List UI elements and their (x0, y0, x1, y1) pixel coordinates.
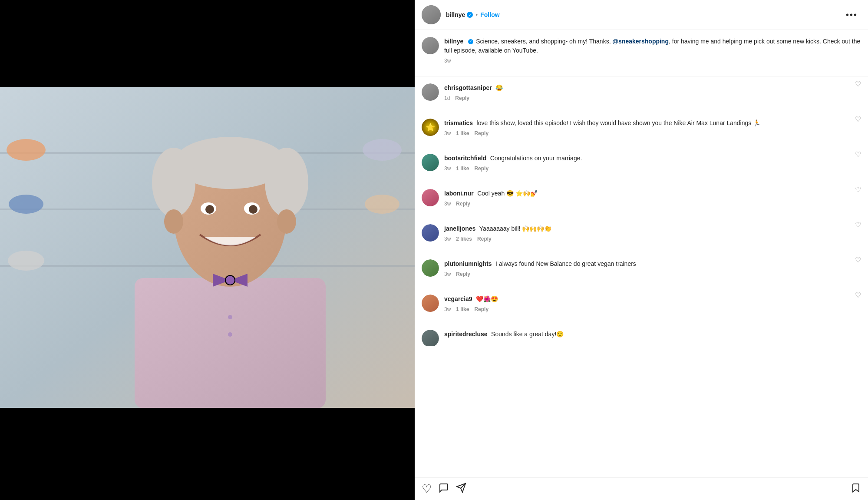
caption-link[interactable]: @sneakershopping (612, 38, 669, 45)
svg-point-20 (205, 205, 214, 214)
action-icons: ♡ (422, 482, 861, 496)
more-options-button[interactable]: ••• (842, 8, 861, 22)
like-comment-icon[interactable]: ♡ (855, 150, 861, 159)
svg-point-27 (228, 332, 232, 337)
comment-avatar[interactable] (422, 295, 439, 312)
comments-list[interactable]: chrisgottasniper 😂 1d Reply ♡ ⭐ trismati… (415, 78, 868, 477)
comment-likes: 2 likes (456, 236, 472, 242)
comment-content: plutoniumnights I always found New Balan… (444, 259, 861, 277)
comment-row: vcgarcia9 ❤️🌺😍 3w 1 like Reply ♡ (422, 289, 861, 318)
post-header: billnye ✓ • Follow ••• (415, 0, 868, 30)
comment-time: 3w (444, 236, 451, 242)
comment-time: 3w (444, 201, 451, 207)
comment-avatar[interactable]: ⭐ (422, 119, 439, 136)
comment-username[interactable]: janelljones (444, 225, 475, 232)
comment-content: janelljones Yaaaaaaay bill! 🙌🙌🙌👏 3w 2 li… (444, 224, 861, 242)
comment-likes: 1 like (456, 166, 469, 172)
comment-content: spiritedrecluse Sounds like a great day!… (444, 330, 861, 339)
comment-time: 3w (444, 306, 451, 312)
svg-point-26 (228, 315, 232, 319)
comment-reply-btn[interactable]: Reply (474, 130, 488, 136)
comment-row: spiritedrecluse Sounds like a great day!… (422, 325, 861, 346)
comment-content: bootsritchfield Congratulations on your … (444, 154, 861, 172)
comment-text: Congratulations on your marriage. (490, 155, 582, 162)
comment-time: 3w (444, 271, 451, 277)
comment-avatar[interactable] (422, 154, 439, 171)
bookmark-button[interactable] (851, 483, 861, 496)
comment-likes: 1 like (456, 130, 469, 136)
comment-time: 3w (444, 166, 451, 172)
comment-reply-btn[interactable]: Reply (456, 271, 470, 277)
comment-avatar[interactable] (422, 83, 439, 101)
comment-avatar[interactable] (422, 189, 439, 206)
comment-time: 1d (444, 95, 450, 101)
comment-row: chrisgottasniper 😂 1d Reply ♡ (422, 78, 861, 106)
comment-content: trismatics love this show, loved this ep… (444, 119, 861, 136)
comment-avatar[interactable] (422, 224, 439, 242)
comment-meta: 3w 1 like Reply (444, 166, 861, 172)
header-username[interactable]: billnye (446, 11, 465, 18)
comment-meta: 3w 1 like Reply (444, 130, 861, 136)
section-divider (415, 76, 868, 76)
like-comment-icon[interactable]: ♡ (855, 80, 861, 88)
comment-text: Yaaaaaaay bill! 🙌🙌🙌👏 (479, 225, 552, 232)
like-button[interactable]: ♡ (422, 482, 432, 496)
caption-avatar[interactable] (422, 37, 439, 54)
comment-row: laboni.nur Cool yeah 😎 ⭐🙌💅 3w Reply ♡ (422, 184, 861, 212)
comment-username[interactable]: chrisgottasniper (444, 84, 492, 91)
share-button[interactable] (456, 483, 466, 496)
comment-username[interactable]: plutoniumnights (444, 260, 492, 267)
comment-reply-btn[interactable]: Reply (456, 201, 470, 207)
svg-point-6 (8, 251, 44, 271)
comment-reply-btn[interactable]: Reply (477, 236, 492, 242)
comment-button[interactable] (439, 483, 449, 496)
header-avatar[interactable] (422, 5, 441, 24)
svg-point-7 (363, 139, 402, 161)
caption-row: billnye ✓ Science, sneakers, and shoppin… (422, 37, 861, 64)
verified-badge-header: ✓ (467, 12, 473, 18)
comment-content: vcgarcia9 ❤️🌺😍 3w 1 like Reply (444, 295, 861, 312)
comment-row: bootsritchfield Congratulations on your … (422, 149, 861, 177)
comment-meta: 3w Reply (444, 201, 861, 207)
comment-content: laboni.nur Cool yeah 😎 ⭐🙌💅 3w Reply (444, 189, 861, 207)
caption-text: Science, sneakers, and shopping- oh my! … (476, 38, 612, 45)
comment-row: janelljones Yaaaaaaay bill! 🙌🙌🙌👏 3w 2 li… (422, 219, 861, 247)
comment-text: 😂 (495, 84, 503, 91)
like-comment-icon[interactable]: ♡ (855, 115, 861, 123)
svg-point-5 (9, 195, 43, 214)
svg-point-14 (152, 148, 195, 217)
like-comment-icon[interactable]: ♡ (855, 185, 861, 194)
comment-time: 3w (444, 130, 451, 136)
header-user-info: billnye ✓ • Follow (446, 11, 842, 18)
comment-username[interactable]: spiritedrecluse (444, 331, 488, 338)
comment-text: Cool yeah 😎 ⭐🙌💅 (477, 190, 538, 197)
like-comment-icon[interactable]: ♡ (855, 291, 861, 299)
comment-meta: 3w 2 likes Reply (444, 236, 861, 242)
comment-username[interactable]: bootsritchfield (444, 155, 486, 162)
svg-point-16 (164, 209, 183, 234)
comment-username[interactable]: trismatics (444, 119, 473, 126)
comment-reply-btn[interactable]: Reply (474, 166, 488, 172)
comment-row: plutoniumnights I always found New Balan… (422, 254, 861, 282)
comment-meta: 1d Reply (444, 95, 861, 101)
comment-avatar[interactable] (422, 330, 439, 346)
comment-username[interactable]: vcgarcia9 (444, 295, 472, 302)
svg-point-15 (265, 148, 308, 217)
caption-username[interactable]: billnye (444, 38, 463, 45)
action-bar: ♡ (415, 477, 868, 500)
svg-rect-10 (135, 278, 326, 408)
comment-avatar[interactable] (422, 259, 439, 277)
comment-username[interactable]: laboni.nur (444, 190, 474, 197)
comment-text: Sounds like a great day!🙂 (491, 331, 564, 338)
comment-reply-btn[interactable]: Reply (474, 306, 488, 312)
svg-point-4 (7, 139, 46, 161)
comment-row: ⭐ trismatics love this show, loved this … (422, 113, 861, 142)
comment-meta: 3w 1 like Reply (444, 306, 861, 312)
media-panel (0, 0, 415, 500)
like-comment-icon[interactable]: ♡ (855, 221, 861, 229)
comment-reply-btn[interactable]: Reply (455, 95, 469, 101)
like-comment-icon[interactable]: ♡ (855, 256, 861, 264)
follow-button[interactable]: Follow (480, 11, 499, 18)
comment-content: chrisgottasniper 😂 1d Reply (444, 83, 861, 101)
caption-meta: 3w (444, 58, 861, 64)
